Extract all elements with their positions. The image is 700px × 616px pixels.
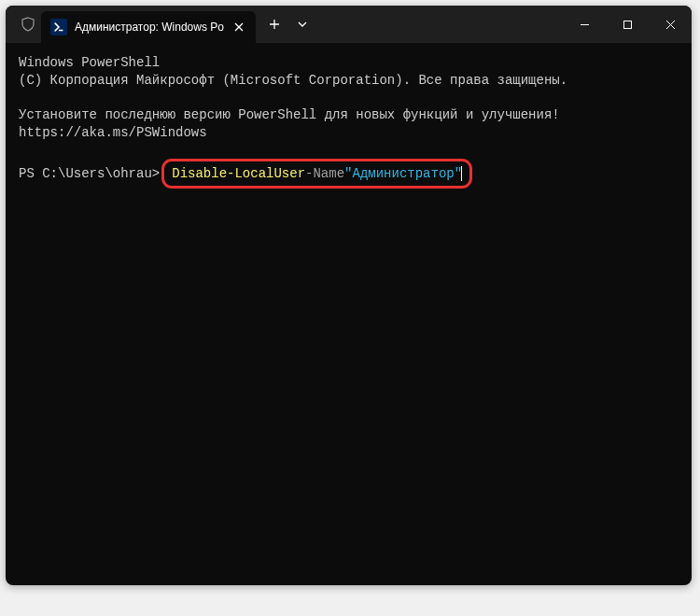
shield-icon [15,17,41,32]
terminal-area[interactable]: Windows PowerShell (C) Корпорация Майкро… [6,43,692,200]
output-line: (C) Корпорация Майкрософт (Microsoft Cor… [19,72,679,90]
command-highlight: Disable-LocalUser -Name "Администратор" [161,159,472,189]
output-line: Windows PowerShell [19,54,679,72]
svg-rect-0 [623,21,631,28]
active-tab[interactable]: Администратор: Windows Po [41,11,256,43]
close-window-button[interactable] [649,6,692,43]
param-text: -Name [305,165,344,183]
string-text: "Администратор" [344,165,462,183]
tab-close-button[interactable] [231,20,246,35]
minimize-button[interactable] [563,6,606,43]
output-line: Установите последнюю версию PowerShell д… [19,106,679,142]
new-tab-button[interactable] [259,9,289,39]
tab-dropdown-button[interactable] [289,9,315,39]
prompt-line: PS C:\Users\ohrau> Disable-LocalUser -Na… [19,159,679,189]
tab-title: Администратор: Windows Po [75,21,224,34]
powershell-icon [50,19,67,35]
titlebar: Администратор: Windows Po [6,6,692,43]
prompt-text: PS C:\Users\ohrau> [19,165,160,183]
terminal-window: Администратор: Windows Po Windows PowerS… [6,6,692,585]
window-controls [563,6,692,43]
cmdlet-text: Disable-LocalUser [172,165,305,183]
maximize-button[interactable] [606,6,649,43]
text-cursor [461,166,462,181]
